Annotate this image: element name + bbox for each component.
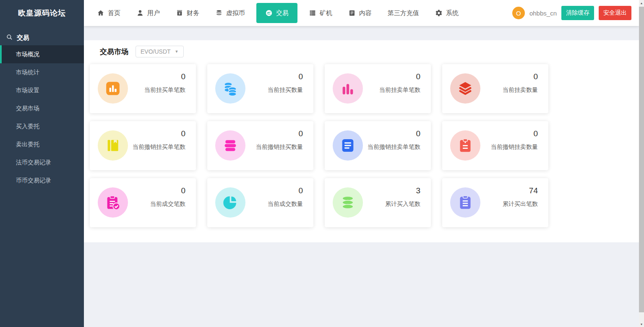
logout-button[interactable]: 安全退出 <box>599 6 631 20</box>
stat-value: 0 <box>533 72 538 81</box>
bar-chart-icon <box>333 73 363 104</box>
sidebar-menu: 市场概况市场统计市场设置交易市场买入委托卖出委托法币交易记录币币交易记录 <box>0 45 84 189</box>
panel-head: 交易市场 EVO/USDT ▼ <box>84 40 639 57</box>
stat-value: 0 <box>416 129 420 138</box>
nav-item[interactable]: 用户 <box>128 0 168 26</box>
stat-label: 当前成交笔数 <box>150 200 185 208</box>
scroll-down-icon[interactable]: ▼ <box>639 321 644 327</box>
market-select[interactable]: EVO/USDT ▼ <box>136 46 184 57</box>
nav-item-label: 财务 <box>187 9 199 17</box>
doc-lines-icon <box>333 130 363 161</box>
sidebar-item[interactable]: 市场统计 <box>0 63 84 81</box>
clipboard-lines-icon <box>450 187 480 218</box>
stat-card: 0当前撤销挂卖单笔数 <box>325 121 431 170</box>
stat-value: 0 <box>181 129 185 138</box>
nav-item-label: 第三方充值 <box>388 9 419 17</box>
stat-value: 0 <box>416 72 420 81</box>
stat-label: 当前撤销挂卖单笔数 <box>368 143 420 151</box>
stat-label: 当前撤销挂卖数量 <box>491 143 538 151</box>
market-select-value: EVO/USDT <box>141 48 171 55</box>
stat-label: 当前撤销挂买单笔数 <box>133 143 185 151</box>
username[interactable]: ohbbs_cn <box>529 10 557 17</box>
topnav: 首页用户财务虚拟币交易矿机内容第三方充值系统 O ohbbs_cn 清除缓存 安… <box>84 0 639 26</box>
stat-card: 0当前成交数量 <box>207 178 313 227</box>
stat-card: 3累计买入笔数 <box>325 178 431 227</box>
stats-grid: 0当前挂买单笔数0当前挂买数量0当前挂卖单笔数0当前挂卖数量0当前撤销挂买单笔数… <box>90 64 548 227</box>
stat-label: 累计买出笔数 <box>503 200 538 208</box>
exchange-icon <box>265 9 273 17</box>
coin-stacks-icon <box>215 73 245 104</box>
nav-item[interactable]: 财务 <box>168 0 207 26</box>
scrollbar-thumb[interactable] <box>639 7 644 312</box>
nav-item[interactable]: 系统 <box>427 0 467 26</box>
avatar[interactable]: O <box>512 7 525 19</box>
page-title: 交易市场 <box>100 47 128 57</box>
clipboard-check-icon <box>98 187 128 218</box>
stat-card: 0当前挂卖单笔数 <box>325 64 431 113</box>
database-icon <box>333 187 363 218</box>
bars-horizontal-icon <box>215 130 245 161</box>
stat-value: 0 <box>533 129 538 138</box>
vertical-scrollbar[interactable]: ▲ ▼ <box>639 0 644 327</box>
sidebar-item[interactable]: 市场概况 <box>0 45 84 63</box>
nav-item-label: 虚拟币 <box>226 9 245 17</box>
nav-item[interactable]: 内容 <box>340 0 380 26</box>
sidebar-item[interactable]: 法币交易记录 <box>0 153 84 171</box>
stat-card: 0当前挂买数量 <box>207 64 313 113</box>
stat-value: 0 <box>298 186 303 195</box>
chevron-down-icon: ▼ <box>175 49 179 54</box>
stat-card: 0当前成交笔数 <box>90 178 196 227</box>
sidebar-item[interactable]: 币币交易记录 <box>0 171 84 189</box>
sidebar: 欧皇源码论坛 交易 市场概况市场统计市场设置交易市场买入委托卖出委托法币交易记录… <box>0 0 84 327</box>
stat-label: 当前挂买单笔数 <box>144 86 185 94</box>
bar-square-icon <box>98 73 128 104</box>
stat-value: 0 <box>298 72 303 81</box>
nav-item[interactable]: 首页 <box>89 0 128 26</box>
stat-value: 0 <box>181 72 185 81</box>
nav-item-label: 内容 <box>359 9 372 17</box>
stat-label: 当前成交数量 <box>268 200 303 208</box>
clipboard-icon <box>450 130 480 161</box>
topnav-right: O ohbbs_cn 清除缓存 安全退出 <box>512 6 639 20</box>
topnav-items: 首页用户财务虚拟币交易矿机内容第三方充值系统 <box>89 0 467 26</box>
gear-icon <box>435 9 443 17</box>
stat-value: 0 <box>181 186 185 195</box>
stat-value: 74 <box>529 186 538 195</box>
stat-card: 74累计买出笔数 <box>442 178 548 227</box>
stat-label: 累计买入笔数 <box>385 200 420 208</box>
stat-label: 当前挂卖单笔数 <box>379 86 420 94</box>
stat-label: 当前挂买数量 <box>268 86 303 94</box>
sidebar-item[interactable]: 交易市场 <box>0 99 84 117</box>
nav-item[interactable]: 交易 <box>256 3 297 23</box>
layers-icon <box>450 73 480 104</box>
clear-cache-button[interactable]: 清除缓存 <box>561 6 594 20</box>
app-title: 欧皇源码论坛 <box>0 0 84 26</box>
user-icon <box>136 9 144 17</box>
book-icon <box>98 130 128 161</box>
nav-item[interactable]: 第三方充值 <box>380 0 427 26</box>
stat-card: 0当前撤销挂买数量 <box>207 121 313 170</box>
finance-icon <box>176 9 183 17</box>
nav-item[interactable]: 矿机 <box>301 0 340 26</box>
server-icon <box>309 9 316 17</box>
nav-item[interactable]: 虚拟币 <box>207 0 253 26</box>
magnifier-icon <box>6 34 13 42</box>
stat-label: 当前撤销挂买数量 <box>256 143 303 151</box>
scroll-up-icon[interactable]: ▲ <box>639 0 644 6</box>
sidebar-item[interactable]: 卖出委托 <box>0 135 84 153</box>
nav-item-label: 矿机 <box>320 9 332 17</box>
stat-card: 0当前撤销挂卖数量 <box>442 121 548 170</box>
sidebar-section-label: 交易 <box>17 34 29 42</box>
stat-value: 0 <box>298 129 303 138</box>
sidebar-item[interactable]: 买入委托 <box>0 117 84 135</box>
stat-label: 当前挂卖数量 <box>503 86 538 94</box>
sidebar-section: 交易 <box>0 30 84 45</box>
pie-icon <box>215 187 245 218</box>
sidebar-item[interactable]: 市场设置 <box>0 81 84 99</box>
nav-item-label: 交易 <box>276 9 289 17</box>
coins-icon <box>215 9 223 17</box>
nav-item-label: 用户 <box>147 9 160 17</box>
stat-card: 0当前挂卖数量 <box>442 64 548 113</box>
content-icon <box>348 9 356 17</box>
stat-value: 3 <box>416 186 420 195</box>
